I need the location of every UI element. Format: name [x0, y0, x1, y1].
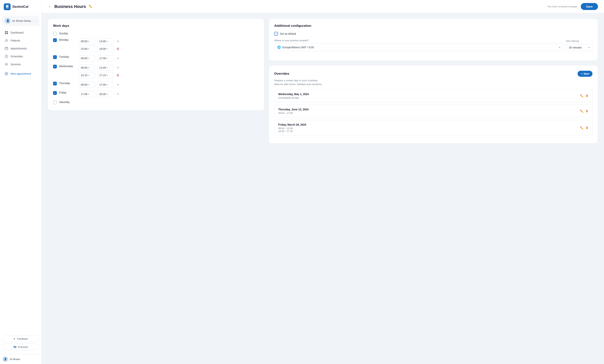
new-override-button[interactable]: + New — [578, 71, 592, 77]
friday-checkbox[interactable]: ✓ — [53, 91, 57, 95]
location-label: Where is your practice located? — [274, 39, 563, 42]
thursday-checkbox[interactable]: ✓ — [53, 82, 57, 85]
wednesday-add-slot-button[interactable]: + — [115, 65, 121, 70]
override-1-delete-button[interactable]: 🗑 — [586, 94, 589, 98]
monday-slot2-end[interactable]: 18:00 ▾ — [97, 46, 114, 52]
monday-add-slot-button[interactable]: + — [115, 39, 121, 44]
tuesday-label: Tuesday — [59, 55, 76, 58]
new-appointment-button[interactable]: New appointment — [2, 70, 39, 77]
override-item-2: Thursday, June 13, 2024 09:00 - 17:00 ✏️… — [274, 105, 592, 118]
tuesday-slot-1: 09:00 ▾ 17:00 ▾ + — [78, 55, 121, 61]
day-row-sunday: Sunday — [53, 32, 259, 36]
sidebar-item-appointments[interactable]: Appointments — [2, 45, 39, 52]
new-appointment-label: New appointment — [11, 72, 31, 75]
language-label: Ελληνικά — [18, 346, 28, 348]
override-item-1: Wednesday, May 1, 2024 Unavailable all d… — [274, 89, 592, 102]
language-button[interactable]: 🇬🇷 Ελληνικά — [2, 344, 39, 350]
wednesday-slot-2: 14:15 ▾ 17:15 ▾ 🗑 — [78, 72, 121, 78]
thursday-slot1-start[interactable]: 09:00 ▾ — [78, 82, 95, 88]
wednesday-slot1-end[interactable]: 13:45 ▾ — [97, 65, 114, 71]
user-name: Dr Brown — [10, 358, 20, 361]
overrides-title: Overrides — [274, 72, 289, 76]
overrides-description: Replace a certain day on your schedule. … — [274, 79, 592, 86]
tuesday-slots: 09:00 ▾ 17:00 ▾ + — [78, 55, 121, 61]
account-switcher[interactable]: 👤 Dr. Brown Denta... ⌄ — [2, 16, 39, 26]
svg-rect-5 — [5, 47, 8, 50]
wednesday-slot1-start[interactable]: 09:00 ▾ — [78, 65, 95, 71]
wednesday-slot2-end[interactable]: 17:15 ▾ — [97, 72, 114, 78]
location-select[interactable]: 🌐 Europe/Athens GMT +3:00 ▾ — [274, 43, 563, 51]
override-2-edit-button[interactable]: ✏️ — [580, 109, 584, 113]
account-name: Dr. Brown Denta... — [13, 19, 33, 22]
globe-icon: 🌐 — [277, 46, 281, 49]
override-2-actions: ✏️ 🗑 — [580, 109, 589, 113]
sidebar-item-schedules[interactable]: Schedules — [2, 53, 39, 60]
svg-rect-3 — [7, 33, 8, 34]
friday-slot1-end[interactable]: 20:00 ▾ — [97, 91, 114, 97]
appointments-label: Appointments — [11, 47, 27, 50]
sidebar-item-patients[interactable]: Patients — [2, 37, 39, 44]
config-fields-row: Where is your practice located? 🌐 Europe… — [274, 39, 592, 51]
override-1-actions: ✏️ 🗑 — [580, 94, 589, 98]
friday-add-slot-button[interactable]: + — [115, 91, 121, 97]
wednesday-slot2-start[interactable]: 14:15 ▾ — [78, 72, 95, 78]
sunday-checkbox[interactable] — [53, 32, 57, 36]
sidebar: 🦷 DentistCal 👤 Dr. Brown Denta... ⌄ Dash… — [0, 0, 41, 364]
set-as-default-checkbox[interactable]: ✓ — [274, 32, 278, 36]
content-area: Work days Sunday ✓ Monday 09:00 ▾ 1 — [41, 13, 604, 364]
wednesday-delete-slot-button[interactable]: 🗑 — [115, 73, 121, 78]
back-button[interactable]: ‹ — [48, 4, 52, 9]
thursday-slots: 09:00 ▾ 17:00 ▾ + — [78, 82, 121, 88]
location-value: Europe/Athens GMT +3:00 — [282, 46, 314, 49]
page-title: Business Hours — [54, 4, 86, 9]
day-row-tuesday: ✓ Tuesday 09:00 ▾ 17:00 ▾ + — [53, 55, 259, 61]
saturday-checkbox[interactable] — [53, 100, 57, 104]
friday-slot1-start[interactable]: 17:00 ▾ — [78, 91, 95, 97]
sidebar-item-services[interactable]: Services — [2, 61, 39, 68]
plus-icon: + — [581, 72, 582, 75]
account-avatar: 👤 — [5, 18, 11, 24]
additional-config-title: Additional configuration — [274, 24, 592, 28]
monday-checkbox[interactable]: ✓ — [53, 38, 57, 42]
services-label: Services — [11, 63, 21, 66]
override-3-date: Friday, March 29, 2024 — [278, 123, 306, 126]
dashboard-label: Dashboard — [11, 31, 24, 34]
override-3-delete-button[interactable]: 🗑 — [586, 126, 589, 130]
user-avatar: 👤 — [3, 356, 8, 362]
location-chevron-icon: ▾ — [559, 46, 560, 49]
monday-slot1-end[interactable]: 14:00 ▾ — [97, 38, 114, 44]
override-1-info: Wednesday, May 1, 2024 Unavailable all d… — [278, 93, 309, 99]
overrides-desc-line1: Replace a certain day on your schedule. — [274, 79, 318, 82]
slot-interval-select[interactable]: 30 minutes ▾ — [566, 44, 592, 51]
slot-interval-chevron-icon: ▾ — [589, 46, 590, 49]
feedback-button[interactable]: ✈ Feedback — [2, 336, 39, 342]
override-3-actions: ✏️ 🗑 — [580, 126, 589, 130]
day-row-wednesday: ✓ Wednesday 09:00 ▾ 13:45 ▾ + 14:15 ▾ 17… — [53, 65, 259, 78]
tuesday-add-slot-button[interactable]: + — [115, 56, 121, 61]
feedback-label: Feedback — [17, 337, 28, 340]
day-row-friday: ✓ Friday 17:00 ▾ 20:00 ▾ + — [53, 91, 259, 97]
workdays-card: Work days Sunday ✓ Monday 09:00 ▾ 1 — [48, 18, 264, 110]
main-area: ‹ Business Hours ✏️ You have unsaved cha… — [41, 0, 604, 364]
tuesday-slot1-end[interactable]: 17:00 ▾ — [97, 55, 114, 61]
monday-delete-slot-button[interactable]: 🗑 — [115, 46, 121, 51]
override-2-delete-button[interactable]: 🗑 — [586, 109, 589, 113]
additional-config-card: Additional configuration ✓ Set as defaul… — [269, 18, 598, 61]
thursday-slot1-end[interactable]: 17:00 ▾ — [97, 82, 114, 88]
override-2-time: 09:00 - 17:00 — [278, 112, 309, 114]
save-button[interactable]: Save — [581, 3, 598, 10]
monday-slots: 09:00 ▾ 14:00 ▾ + 15:00 ▾ 18:00 ▾ 🗑 — [78, 38, 121, 52]
edit-title-icon[interactable]: ✏️ — [89, 5, 92, 8]
wednesday-checkbox[interactable]: ✓ — [53, 65, 57, 68]
monday-slot2-start[interactable]: 15:00 ▾ — [78, 46, 95, 52]
sidebar-item-dashboard[interactable]: Dashboard — [2, 29, 39, 36]
override-3-edit-button[interactable]: ✏️ — [580, 126, 584, 130]
thursday-add-slot-button[interactable]: + — [115, 82, 121, 87]
tuesday-checkbox[interactable]: ✓ — [53, 55, 57, 59]
override-1-edit-button[interactable]: ✏️ — [580, 94, 584, 98]
overrides-desc-line2: Ideal for after hours, holidays and vaca… — [274, 83, 322, 86]
wednesday-slots: 09:00 ▾ 13:45 ▾ + 14:15 ▾ 17:15 ▾ 🗑 — [78, 65, 121, 78]
friday-label: Friday — [59, 91, 76, 94]
monday-slot1-start[interactable]: 09:00 ▾ — [78, 38, 95, 44]
tuesday-slot1-start[interactable]: 09:00 ▾ — [78, 55, 95, 61]
